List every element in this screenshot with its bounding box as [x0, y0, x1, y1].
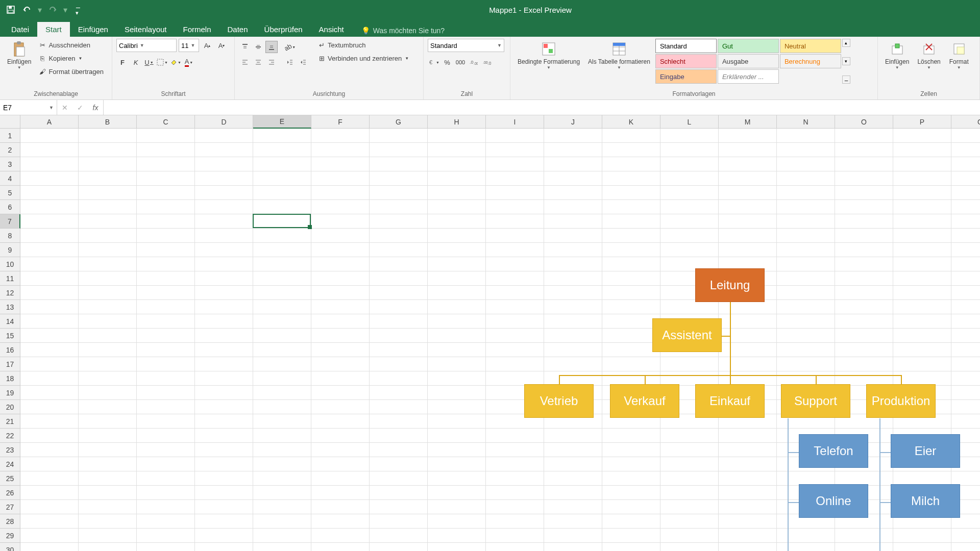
- cell[interactable]: [253, 257, 311, 271]
- cell[interactable]: [951, 257, 980, 271]
- cell[interactable]: [20, 200, 79, 214]
- cell[interactable]: [544, 529, 602, 543]
- column-header[interactable]: C: [137, 115, 195, 129]
- cell[interactable]: [893, 300, 951, 314]
- number-format-combo[interactable]: Standard▼: [428, 39, 504, 52]
- cell[interactable]: [719, 429, 777, 443]
- cell[interactable]: [20, 243, 79, 257]
- cell[interactable]: [486, 500, 544, 514]
- cell[interactable]: [370, 200, 428, 214]
- cell[interactable]: [311, 500, 370, 514]
- cell[interactable]: [486, 314, 544, 329]
- cell[interactable]: [370, 129, 428, 143]
- cell[interactable]: [195, 443, 253, 457]
- accounting-format-button[interactable]: €▼: [428, 56, 440, 68]
- name-box[interactable]: E7▼: [0, 100, 57, 115]
- column-header[interactable]: O: [835, 115, 893, 129]
- cell[interactable]: [20, 414, 79, 429]
- org-node-milch[interactable]: Milch: [891, 484, 960, 518]
- cell[interactable]: [137, 529, 195, 543]
- cell[interactable]: [719, 200, 777, 214]
- cell[interactable]: [311, 443, 370, 457]
- cell[interactable]: [719, 143, 777, 157]
- cell[interactable]: [544, 200, 602, 214]
- cell[interactable]: [835, 229, 893, 243]
- bold-button[interactable]: F: [116, 56, 129, 68]
- cell[interactable]: [893, 329, 951, 343]
- cell[interactable]: [137, 443, 195, 457]
- cell[interactable]: [777, 157, 835, 171]
- cell[interactable]: [777, 243, 835, 257]
- cell[interactable]: [195, 157, 253, 171]
- cell[interactable]: [195, 500, 253, 514]
- cell[interactable]: [544, 314, 602, 329]
- cell[interactable]: [428, 514, 486, 529]
- cell[interactable]: [544, 486, 602, 500]
- cell[interactable]: [486, 300, 544, 314]
- cell[interactable]: [195, 214, 253, 229]
- cell[interactable]: [602, 514, 660, 529]
- cell[interactable]: [311, 386, 370, 400]
- cell[interactable]: [20, 286, 79, 300]
- cell[interactable]: [79, 500, 137, 514]
- cell[interactable]: [370, 400, 428, 414]
- cell[interactable]: [20, 386, 79, 400]
- cell[interactable]: [79, 343, 137, 357]
- cell[interactable]: [79, 271, 137, 286]
- cell[interactable]: [428, 400, 486, 414]
- decrease-indent-button[interactable]: [284, 56, 296, 68]
- cell[interactable]: [544, 229, 602, 243]
- cell[interactable]: [311, 129, 370, 143]
- cell[interactable]: [544, 471, 602, 486]
- column-header[interactable]: B: [79, 115, 137, 129]
- cell[interactable]: [137, 286, 195, 300]
- cell[interactable]: [893, 129, 951, 143]
- cell[interactable]: [719, 471, 777, 486]
- column-header[interactable]: N: [777, 115, 835, 129]
- cell[interactable]: [544, 457, 602, 471]
- cell[interactable]: [602, 271, 660, 286]
- cell[interactable]: [719, 514, 777, 529]
- redo-button[interactable]: [46, 3, 59, 16]
- cell[interactable]: [893, 243, 951, 257]
- cell[interactable]: [602, 471, 660, 486]
- font-size-combo[interactable]: 11▼: [179, 39, 199, 52]
- cell[interactable]: [893, 471, 951, 486]
- cell[interactable]: [835, 286, 893, 300]
- cell[interactable]: [486, 329, 544, 343]
- cell[interactable]: [660, 171, 719, 186]
- cell[interactable]: [544, 171, 602, 186]
- row-header[interactable]: 22: [0, 429, 20, 443]
- cell[interactable]: [311, 257, 370, 271]
- cell[interactable]: [486, 457, 544, 471]
- cell[interactable]: [370, 286, 428, 300]
- cell[interactable]: [311, 414, 370, 429]
- cell[interactable]: [893, 543, 951, 551]
- cell[interactable]: [428, 171, 486, 186]
- cell[interactable]: [719, 457, 777, 471]
- cell[interactable]: [602, 200, 660, 214]
- cell[interactable]: [79, 314, 137, 329]
- cell[interactable]: [79, 471, 137, 486]
- increase-indent-button[interactable]: [297, 56, 309, 68]
- cell[interactable]: [20, 229, 79, 243]
- cell[interactable]: [544, 343, 602, 357]
- cell[interactable]: [311, 200, 370, 214]
- cell[interactable]: [428, 214, 486, 229]
- cell[interactable]: [253, 471, 311, 486]
- cell[interactable]: [486, 529, 544, 543]
- cell[interactable]: [719, 443, 777, 457]
- cell[interactable]: [20, 157, 79, 171]
- font-color-button[interactable]: A▼: [183, 56, 195, 68]
- cell[interactable]: [428, 529, 486, 543]
- cell[interactable]: [79, 486, 137, 500]
- cell[interactable]: [893, 343, 951, 357]
- cell[interactable]: [195, 400, 253, 414]
- cell[interactable]: [253, 214, 311, 229]
- cell[interactable]: [660, 243, 719, 257]
- cell[interactable]: [370, 514, 428, 529]
- cell-style-berechnung[interactable]: Berechnung: [780, 54, 841, 68]
- cell[interactable]: [951, 200, 980, 214]
- cell[interactable]: [951, 300, 980, 314]
- cell[interactable]: [544, 157, 602, 171]
